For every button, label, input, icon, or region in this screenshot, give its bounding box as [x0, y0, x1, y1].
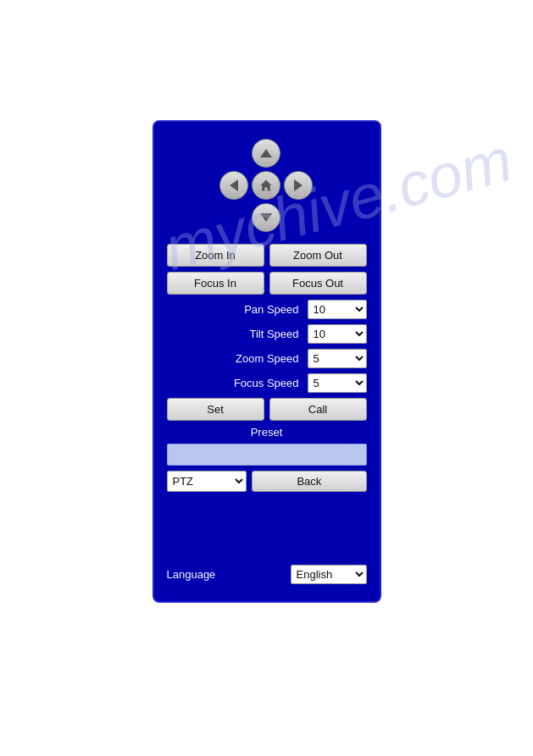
zoom-speed-select[interactable]: 5 1234 678910	[308, 349, 367, 368]
home-icon	[259, 179, 273, 192]
pan-speed-select[interactable]: 10 1234 56789	[308, 300, 367, 319]
preset-input-row	[167, 444, 367, 466]
set-call-row: Set Call	[167, 398, 367, 421]
tilt-speed-select[interactable]: 10 1234 56789	[308, 324, 367, 344]
preset-input[interactable]	[167, 444, 367, 466]
ptz-select[interactable]: PTZ	[167, 471, 247, 492]
arrow-left-icon	[230, 179, 238, 191]
preset-label: Preset	[167, 426, 367, 439]
set-button[interactable]: Set	[167, 398, 264, 421]
zoom-speed-row: Zoom Speed 5 1234 678910	[167, 349, 367, 368]
language-row: Language English Chinese French	[167, 565, 367, 584]
dpad	[219, 139, 314, 234]
arrow-right-icon	[294, 179, 303, 191]
focus-speed-label: Focus Speed	[167, 377, 308, 389]
dpad-home-button[interactable]	[252, 171, 280, 200]
language-label: Language	[167, 568, 216, 581]
focus-out-button[interactable]: Focus Out	[269, 272, 367, 295]
zoom-in-button[interactable]: Zoom In	[167, 244, 264, 267]
zoom-speed-label: Zoom Speed	[167, 352, 308, 365]
call-button[interactable]: Call	[269, 398, 367, 421]
pan-speed-label: Pan Speed	[167, 303, 308, 316]
ptz-back-row: PTZ Back	[167, 471, 367, 492]
language-select[interactable]: English Chinese French	[291, 565, 367, 584]
focus-row: Focus In Focus Out	[167, 272, 367, 295]
focus-speed-select[interactable]: 5 1234 678910	[308, 373, 367, 393]
dpad-left-button[interactable]	[219, 171, 248, 200]
zoom-row: Zoom In Zoom Out	[167, 244, 367, 267]
arrow-up-icon	[260, 149, 272, 157]
tilt-speed-row: Tilt Speed 10 1234 56789	[167, 324, 367, 344]
pan-speed-row: Pan Speed 10 1234 56789	[167, 300, 367, 319]
focus-in-button[interactable]: Focus In	[167, 272, 264, 295]
dpad-down-button[interactable]	[252, 203, 280, 232]
back-button[interactable]: Back	[252, 471, 366, 492]
zoom-out-button[interactable]: Zoom Out	[269, 244, 367, 267]
dpad-right-button[interactable]	[284, 171, 313, 200]
control-panel: Zoom In Zoom Out Focus In Focus Out Pan …	[153, 120, 381, 603]
focus-speed-row: Focus Speed 5 1234 678910	[167, 373, 367, 393]
arrow-down-icon	[260, 213, 272, 222]
dpad-up-button[interactable]	[252, 139, 280, 168]
tilt-speed-label: Tilt Speed	[167, 328, 308, 340]
